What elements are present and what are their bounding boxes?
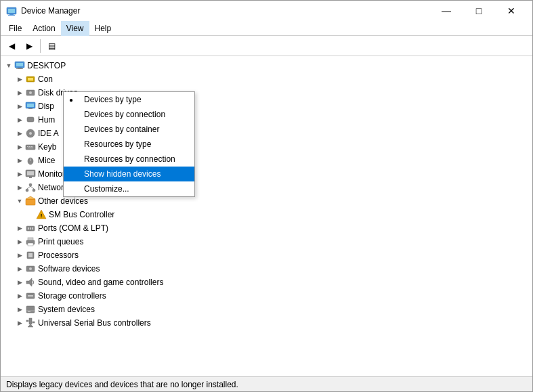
svg-marker-34: [26, 196, 35, 199]
back-button[interactable]: ◀: [3, 38, 20, 54]
expand-network[interactable]: ▶: [14, 182, 25, 193]
expand-ports[interactable]: ▶: [14, 223, 25, 234]
svg-rect-18: [26, 145, 35, 150]
tree-item-processors[interactable]: ▶ Processors: [1, 248, 532, 262]
dropdown-item-by-connection[interactable]: Devices by connection: [64, 107, 194, 122]
dropdown-item-by-type[interactable]: ● Devices by type: [64, 92, 194, 107]
tree-item-sound[interactable]: ▶ Sound, video and game controllers: [1, 276, 532, 289]
maximize-button[interactable]: □: [463, 1, 494, 21]
properties-button[interactable]: ▤: [43, 38, 60, 54]
expand-software[interactable]: ▶: [14, 263, 25, 274]
svg-rect-56: [26, 320, 28, 322]
menu-action[interactable]: Action: [27, 21, 60, 36]
tree-label-system: System devices: [38, 305, 95, 314]
svg-rect-1: [8, 9, 15, 13]
svg-marker-48: [26, 278, 32, 286]
expand-ide[interactable]: ▶: [14, 128, 25, 139]
svg-rect-5: [16, 63, 23, 66]
icon-monitors: [25, 169, 36, 179]
expand-disk[interactable]: ▶: [14, 87, 25, 98]
device-manager-window: Device Manager — □ ✕ File Action View He…: [0, 0, 533, 392]
tree-label-other: Other devices: [38, 196, 88, 206]
tree-label-keyboard: Keyb: [38, 142, 56, 152]
svg-rect-19: [27, 146, 28, 147]
tree-item-usb[interactable]: ▶ Universal Serial Bus controllers: [1, 316, 532, 330]
window-icon: [6, 5, 17, 16]
close-button[interactable]: ✕: [496, 1, 527, 21]
icon-sound: [25, 277, 36, 288]
dropdown-label-customize: Customize...: [84, 184, 129, 194]
svg-rect-7: [16, 68, 23, 69]
status-text: Displays legacy devices and devices that…: [6, 380, 238, 389]
tree-root-label: DESKTOP: [27, 61, 66, 70]
minimize-button[interactable]: —: [431, 1, 462, 21]
expand-usb[interactable]: ▶: [14, 318, 25, 328]
expand-processors[interactable]: ▶: [14, 250, 25, 261]
svg-point-30: [33, 189, 35, 192]
svg-marker-55: [28, 324, 33, 327]
icon-ide: [25, 128, 36, 139]
tree-item-storage[interactable]: ▶ Storage controllers: [1, 289, 532, 303]
svg-rect-39: [30, 227, 31, 230]
expand-other[interactable]: ▼: [14, 196, 25, 206]
window-title: Device Manager: [21, 6, 431, 16]
expand-com[interactable]: ▶: [14, 74, 25, 85]
menu-file[interactable]: File: [3, 21, 27, 36]
tree-item-ports[interactable]: ▶ Ports (COM & LPT): [1, 221, 532, 235]
dropdown-label-resources-connection: Resources by connection: [84, 154, 175, 164]
svg-rect-22: [28, 148, 33, 148]
tree-label-mice: Mice: [38, 156, 55, 165]
tree-item-sm-bus[interactable]: ▶ ! SM Bus Controller: [1, 208, 532, 221]
svg-rect-38: [28, 227, 29, 230]
icon-storage: [25, 290, 36, 301]
menu-bar: File Action View Help: [1, 21, 532, 36]
tree-root[interactable]: ▼ DESKTOP: [1, 59, 532, 72]
svg-rect-45: [28, 253, 33, 257]
expand-root[interactable]: ▼: [3, 60, 14, 71]
svg-rect-9: [28, 78, 33, 81]
tree-label-ide: IDE A: [38, 129, 59, 138]
expand-system[interactable]: ▶: [14, 304, 25, 315]
forward-button[interactable]: ▶: [21, 38, 37, 54]
tree-item-com[interactable]: ▶ Con: [1, 72, 532, 86]
icon-hid: [25, 114, 36, 125]
tree-label-hid: Hum: [38, 115, 55, 125]
icon-software: [25, 263, 36, 274]
dropdown-item-show-hidden[interactable]: Show hidden devices: [64, 167, 194, 181]
svg-rect-54: [29, 318, 32, 324]
title-bar: Device Manager — □ ✕: [1, 1, 532, 21]
svg-rect-43: [28, 243, 33, 246]
tree-item-software[interactable]: ▶ Software devices: [1, 262, 532, 276]
svg-rect-53: [28, 311, 30, 312]
svg-rect-20: [29, 146, 30, 147]
svg-rect-2: [9, 14, 14, 15]
expand-disp[interactable]: ▶: [14, 101, 25, 112]
expand-monitors[interactable]: ▶: [14, 169, 25, 179]
expand-keyboard[interactable]: ▶: [14, 141, 25, 152]
expand-storage[interactable]: ▶: [14, 290, 25, 301]
icon-system: [25, 304, 36, 315]
svg-point-47: [29, 267, 32, 270]
dropdown-item-resources-type[interactable]: Resources by type: [64, 137, 194, 152]
menu-help[interactable]: Help: [89, 21, 117, 36]
tree-item-print[interactable]: ▶ Print queues: [1, 235, 532, 248]
menu-view[interactable]: View: [61, 21, 89, 36]
expand-hid[interactable]: ▶: [14, 114, 25, 125]
expand-print[interactable]: ▶: [14, 236, 25, 247]
expand-mice[interactable]: ▶: [14, 155, 25, 166]
icon-print: [25, 236, 36, 247]
svg-line-32: [30, 186, 34, 189]
dropdown-item-by-container[interactable]: Devices by container: [64, 122, 194, 137]
tree-item-system[interactable]: ▶ System devices: [1, 303, 532, 316]
dropdown-label-resources-type: Resources by type: [84, 139, 151, 149]
svg-rect-27: [29, 177, 32, 178]
icon-disp: [25, 101, 36, 112]
dropdown-label-show-hidden: Show hidden devices: [84, 169, 161, 179]
icon-disk: [25, 87, 36, 98]
svg-rect-33: [26, 199, 35, 205]
expand-sound[interactable]: ▶: [14, 277, 25, 288]
svg-rect-6: [18, 68, 22, 68]
icon-com: [25, 74, 36, 85]
dropdown-item-resources-connection[interactable]: Resources by connection: [64, 152, 194, 167]
dropdown-item-customize[interactable]: Customize...: [64, 181, 194, 196]
